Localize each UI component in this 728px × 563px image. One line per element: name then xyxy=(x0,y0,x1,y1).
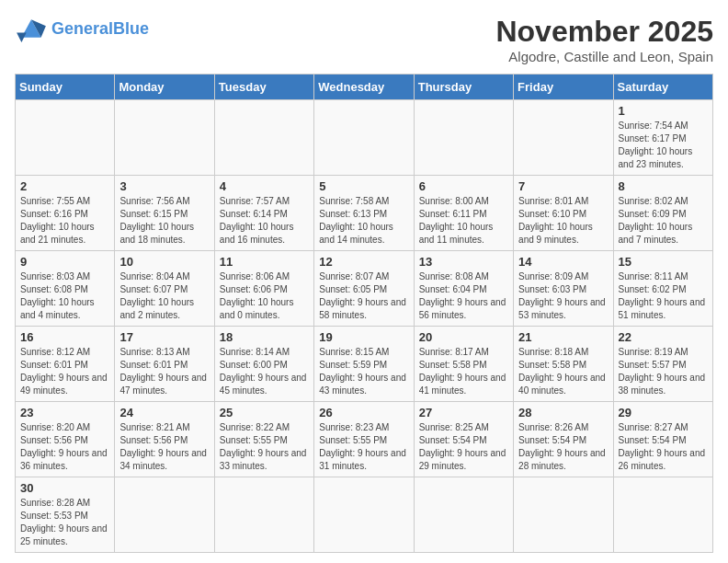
calendar-cell: 13Sunrise: 8:08 AM Sunset: 6:04 PM Dayli… xyxy=(414,251,513,327)
day-info: Sunrise: 8:03 AM Sunset: 6:08 PM Dayligh… xyxy=(20,270,109,322)
day-number: 9 xyxy=(20,255,109,269)
day-info: Sunrise: 8:28 AM Sunset: 5:53 PM Dayligh… xyxy=(20,497,109,548)
calendar-cell: 12Sunrise: 8:07 AM Sunset: 6:05 PM Dayli… xyxy=(314,251,414,327)
day-info: Sunrise: 7:54 AM Sunset: 6:17 PM Dayligh… xyxy=(619,120,708,171)
calendar-cell xyxy=(414,100,513,176)
day-info: Sunrise: 8:17 AM Sunset: 5:58 PM Dayligh… xyxy=(419,346,508,397)
day-number: 17 xyxy=(119,330,209,344)
calendar-cell: 17Sunrise: 8:13 AM Sunset: 6:01 PM Dayli… xyxy=(115,327,214,402)
calendar-cell: 22Sunrise: 8:19 AM Sunset: 5:57 PM Dayli… xyxy=(613,327,712,402)
calendar-cell xyxy=(214,477,313,553)
day-info: Sunrise: 8:07 AM Sunset: 6:05 PM Dayligh… xyxy=(319,270,408,322)
calendar-cell: 8Sunrise: 8:02 AM Sunset: 6:09 PM Daylig… xyxy=(613,176,712,251)
weekday-header-thursday: Thursday xyxy=(414,75,513,100)
location-title: Algodre, Castille and Leon, Spain xyxy=(495,49,713,64)
day-number: 10 xyxy=(119,255,209,269)
day-number: 29 xyxy=(619,406,708,419)
day-number: 1 xyxy=(619,104,708,118)
calendar-cell: 28Sunrise: 8:26 AM Sunset: 5:54 PM Dayli… xyxy=(514,402,613,477)
day-number: 30 xyxy=(20,481,109,495)
calendar-header-row: SundayMondayTuesdayWednesdayThursdayFrid… xyxy=(16,75,713,100)
day-info: Sunrise: 8:23 AM Sunset: 5:55 PM Dayligh… xyxy=(319,421,408,473)
calendar-cell xyxy=(115,477,214,553)
day-number: 5 xyxy=(319,179,408,193)
calendar-cell: 27Sunrise: 8:25 AM Sunset: 5:54 PM Dayli… xyxy=(414,402,513,477)
day-number: 21 xyxy=(518,330,608,344)
day-info: Sunrise: 8:26 AM Sunset: 5:54 PM Dayligh… xyxy=(518,421,608,473)
day-number: 11 xyxy=(220,255,309,269)
logo: GeneralBlue xyxy=(15,15,149,42)
day-number: 24 xyxy=(119,406,209,419)
calendar-cell xyxy=(214,100,313,176)
calendar-cell: 9Sunrise: 8:03 AM Sunset: 6:08 PM Daylig… xyxy=(16,251,115,327)
day-info: Sunrise: 8:12 AM Sunset: 6:01 PM Dayligh… xyxy=(20,346,109,397)
calendar-cell: 25Sunrise: 8:22 AM Sunset: 5:55 PM Dayli… xyxy=(214,402,313,477)
day-number: 19 xyxy=(319,330,408,344)
calendar-week-row: 23Sunrise: 8:20 AM Sunset: 5:56 PM Dayli… xyxy=(16,402,713,477)
calendar-cell xyxy=(414,477,513,553)
day-info: Sunrise: 8:09 AM Sunset: 6:03 PM Dayligh… xyxy=(518,270,608,322)
weekday-header-tuesday: Tuesday xyxy=(214,75,313,100)
logo-icon xyxy=(15,15,48,42)
day-number: 3 xyxy=(119,179,209,193)
day-number: 15 xyxy=(619,255,708,269)
weekday-header-wednesday: Wednesday xyxy=(314,75,414,100)
calendar-cell: 19Sunrise: 8:15 AM Sunset: 5:59 PM Dayli… xyxy=(314,327,414,402)
weekday-header-monday: Monday xyxy=(115,75,214,100)
day-number: 14 xyxy=(518,255,608,269)
weekday-header-sunday: Sunday xyxy=(16,75,115,100)
day-info: Sunrise: 8:04 AM Sunset: 6:07 PM Dayligh… xyxy=(119,270,209,322)
day-info: Sunrise: 7:55 AM Sunset: 6:16 PM Dayligh… xyxy=(20,195,109,247)
day-info: Sunrise: 8:20 AM Sunset: 5:56 PM Dayligh… xyxy=(20,421,109,473)
day-number: 23 xyxy=(20,406,109,419)
day-info: Sunrise: 8:19 AM Sunset: 5:57 PM Dayligh… xyxy=(619,346,708,397)
day-number: 27 xyxy=(419,406,508,419)
day-info: Sunrise: 7:56 AM Sunset: 6:15 PM Dayligh… xyxy=(119,195,209,247)
calendar-cell: 24Sunrise: 8:21 AM Sunset: 5:56 PM Dayli… xyxy=(115,402,214,477)
day-number: 12 xyxy=(319,255,408,269)
day-info: Sunrise: 7:57 AM Sunset: 6:14 PM Dayligh… xyxy=(220,195,309,247)
calendar-cell xyxy=(314,477,414,553)
calendar-cell xyxy=(16,100,115,176)
logo-text: GeneralBlue xyxy=(51,19,149,38)
day-info: Sunrise: 8:13 AM Sunset: 6:01 PM Dayligh… xyxy=(119,346,209,397)
day-info: Sunrise: 8:22 AM Sunset: 5:55 PM Dayligh… xyxy=(220,421,309,473)
calendar-week-row: 9Sunrise: 8:03 AM Sunset: 6:08 PM Daylig… xyxy=(16,251,713,327)
calendar-cell: 20Sunrise: 8:17 AM Sunset: 5:58 PM Dayli… xyxy=(414,327,513,402)
day-info: Sunrise: 8:14 AM Sunset: 6:00 PM Dayligh… xyxy=(220,346,309,397)
calendar-week-row: 30Sunrise: 8:28 AM Sunset: 5:53 PM Dayli… xyxy=(16,477,713,553)
calendar-cell xyxy=(514,477,613,553)
calendar: SundayMondayTuesdayWednesdayThursdayFrid… xyxy=(15,74,713,553)
day-number: 20 xyxy=(419,330,508,344)
calendar-cell xyxy=(514,100,613,176)
day-number: 16 xyxy=(20,330,109,344)
calendar-cell xyxy=(613,477,712,553)
day-info: Sunrise: 7:58 AM Sunset: 6:13 PM Dayligh… xyxy=(319,195,408,247)
calendar-cell: 18Sunrise: 8:14 AM Sunset: 6:00 PM Dayli… xyxy=(214,327,313,402)
day-number: 18 xyxy=(220,330,309,344)
day-info: Sunrise: 8:18 AM Sunset: 5:58 PM Dayligh… xyxy=(518,346,608,397)
calendar-cell: 10Sunrise: 8:04 AM Sunset: 6:07 PM Dayli… xyxy=(115,251,214,327)
day-number: 8 xyxy=(619,179,708,193)
calendar-week-row: 16Sunrise: 8:12 AM Sunset: 6:01 PM Dayli… xyxy=(16,327,713,402)
calendar-cell: 5Sunrise: 7:58 AM Sunset: 6:13 PM Daylig… xyxy=(314,176,414,251)
calendar-cell: 14Sunrise: 8:09 AM Sunset: 6:03 PM Dayli… xyxy=(514,251,613,327)
day-info: Sunrise: 8:01 AM Sunset: 6:10 PM Dayligh… xyxy=(518,195,608,247)
title-block: November 2025 Algodre, Castille and Leon… xyxy=(495,15,713,64)
weekday-header-saturday: Saturday xyxy=(613,75,712,100)
calendar-cell: 29Sunrise: 8:27 AM Sunset: 5:54 PM Dayli… xyxy=(613,402,712,477)
calendar-cell: 6Sunrise: 8:00 AM Sunset: 6:11 PM Daylig… xyxy=(414,176,513,251)
calendar-cell: 2Sunrise: 7:55 AM Sunset: 6:16 PM Daylig… xyxy=(16,176,115,251)
day-info: Sunrise: 8:00 AM Sunset: 6:11 PM Dayligh… xyxy=(419,195,508,247)
day-info: Sunrise: 8:27 AM Sunset: 5:54 PM Dayligh… xyxy=(619,421,708,473)
calendar-cell: 23Sunrise: 8:20 AM Sunset: 5:56 PM Dayli… xyxy=(16,402,115,477)
calendar-cell: 4Sunrise: 7:57 AM Sunset: 6:14 PM Daylig… xyxy=(214,176,313,251)
calendar-cell: 21Sunrise: 8:18 AM Sunset: 5:58 PM Dayli… xyxy=(514,327,613,402)
day-number: 4 xyxy=(220,179,309,193)
calendar-cell: 3Sunrise: 7:56 AM Sunset: 6:15 PM Daylig… xyxy=(115,176,214,251)
calendar-cell: 15Sunrise: 8:11 AM Sunset: 6:02 PM Dayli… xyxy=(613,251,712,327)
day-number: 6 xyxy=(419,179,508,193)
calendar-cell: 1Sunrise: 7:54 AM Sunset: 6:17 PM Daylig… xyxy=(613,100,712,176)
day-info: Sunrise: 8:21 AM Sunset: 5:56 PM Dayligh… xyxy=(119,421,209,473)
calendar-week-row: 2Sunrise: 7:55 AM Sunset: 6:16 PM Daylig… xyxy=(16,176,713,251)
